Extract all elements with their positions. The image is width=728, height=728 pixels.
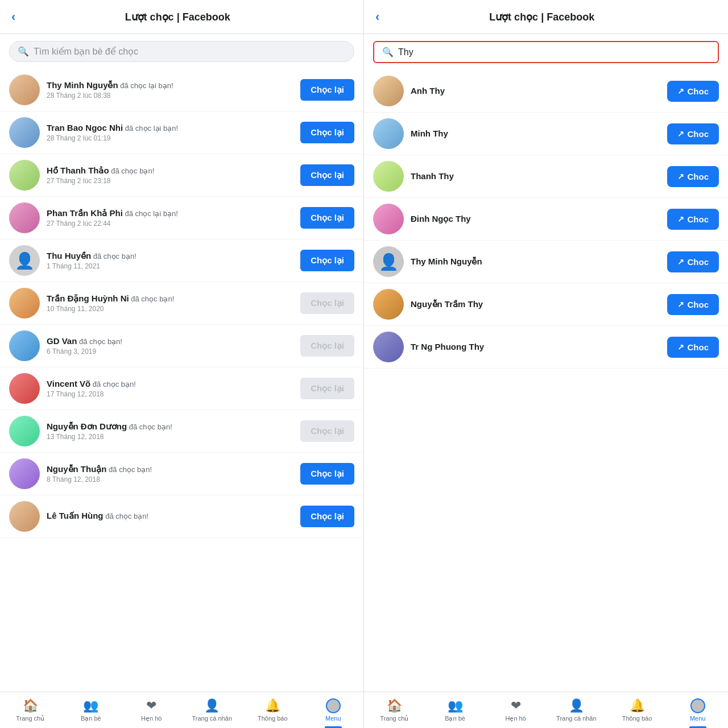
- left-nav-menu[interactable]: Menu: [303, 692, 364, 728]
- left-nav-trang-chu[interactable]: 🏠 Trang chủ: [0, 692, 61, 728]
- choc-lai-button[interactable]: Chọc lại: [300, 506, 354, 527]
- left-nav-thong-bao[interactable]: 🔔 Thông báo: [242, 692, 303, 728]
- choc-lai-button[interactable]: Chọc lại: [300, 250, 354, 271]
- item-name: Nguyễn Thuận: [47, 464, 106, 474]
- poke-icon: ↗: [677, 172, 684, 181]
- right-search-input[interactable]: [398, 47, 710, 57]
- choc-lai-button[interactable]: Chọc lại: [300, 79, 354, 101]
- item-desc: đã chọc bạn!: [129, 295, 175, 303]
- item-date: 1 Tháng 11, 2021: [47, 262, 300, 270]
- right-home-icon: 🏠: [387, 698, 402, 713]
- right-header: ‹ Lượt chọc | Facebook: [364, 0, 728, 34]
- choc-lai-button: Chọc lại: [300, 420, 354, 442]
- left-nav-trang-ca-nhan[interactable]: 👤 Trang cá nhân: [182, 692, 243, 728]
- choc-lai-button[interactable]: Chọc lại: [300, 463, 354, 485]
- avatar: [373, 118, 404, 149]
- item-name: Hồ Thanh Thảo: [47, 166, 109, 175]
- left-list-item: Nguyễn Đơn Dương đã chọc bạn!13 Tháng 12…: [0, 410, 363, 453]
- avatar: [9, 75, 40, 105]
- left-search-input[interactable]: [34, 47, 346, 57]
- choc-button-label: Choc: [688, 214, 709, 224]
- right-nav-label-4: Thông báo: [622, 715, 652, 722]
- item-name: Đinh Ngọc Thy: [411, 214, 471, 224]
- left-list-item: Lê Tuấn Hùng đã chọc bạn!Chọc lại: [0, 495, 363, 538]
- right-nav-label-5: Menu: [690, 715, 706, 722]
- poke-icon: ↗: [677, 86, 684, 96]
- left-search-box[interactable]: 🔍: [9, 41, 354, 62]
- left-nav-hen-ho[interactable]: ❤ Hẹn hò: [121, 692, 182, 728]
- left-list-item: Hồ Thanh Thảo đã chọc bạn!27 Tháng 2 lúc…: [0, 154, 363, 197]
- item-info: Tran Bao Ngoc Nhi đã chọc lại bạn!28 Thá…: [47, 123, 300, 142]
- item-desc: đã chọc lại bạn!: [118, 81, 173, 90]
- right-nav-menu[interactable]: Menu: [667, 692, 728, 728]
- right-nav-label-3: Trang cá nhân: [556, 715, 597, 722]
- poke-icon: ↗: [677, 300, 684, 309]
- item-name: Phan Trần Khả Phi: [47, 208, 123, 218]
- left-list-item: Thy Minh Nguyễn đã chọc lại bạn!28 Tháng…: [0, 69, 363, 111]
- item-name: Minh Thy: [411, 129, 448, 138]
- item-name: Trần Đặng Huỳnh Ni: [47, 293, 129, 303]
- avatar: [9, 416, 40, 446]
- right-back-button[interactable]: ‹: [375, 10, 379, 24]
- right-nav-label-2: Hẹn hò: [506, 715, 526, 722]
- item-desc: đã chọc bạn!: [91, 252, 136, 260]
- choc-lai-button: Chọc lại: [300, 335, 354, 357]
- choc-button[interactable]: ↗Choc: [667, 209, 719, 230]
- choc-button[interactable]: ↗Choc: [667, 166, 719, 187]
- choc-button[interactable]: ↗Choc: [667, 251, 719, 272]
- right-search-box[interactable]: 🔍: [373, 41, 719, 63]
- choc-lai-button[interactable]: Chọc lại: [300, 164, 354, 186]
- avatar: [373, 289, 404, 320]
- choc-button[interactable]: ↗Choc: [667, 81, 719, 102]
- right-nav-avatar: [690, 698, 705, 713]
- avatar: [9, 160, 40, 191]
- item-info: Thy Minh Nguyễn: [411, 257, 667, 267]
- right-nav-label-0: Trang chủ: [380, 715, 408, 722]
- right-search-icon: 🔍: [382, 47, 394, 57]
- right-panel: ‹ Lượt chọc | Facebook 🔍 Anh Thy↗ChocMin…: [364, 0, 728, 728]
- choc-button[interactable]: ↗Choc: [667, 337, 719, 358]
- item-name: Thu Huyền: [47, 251, 91, 260]
- choc-button-label: Choc: [688, 257, 709, 267]
- left-list-item: GD Van đã chọc bạn!6 Tháng 3, 2019Chọc l…: [0, 325, 363, 367]
- item-desc: đã chọc bạn!: [109, 167, 155, 175]
- avatar: [373, 76, 404, 106]
- item-name: Vincent Võ: [47, 379, 90, 388]
- avatar: [373, 332, 404, 362]
- item-name: Tr Ng Phuong Thy: [411, 342, 484, 351]
- choc-lai-button[interactable]: Chọc lại: [300, 207, 354, 229]
- item-desc: đã chọc bạn!: [90, 380, 136, 388]
- item-info: Minh Thy: [411, 129, 667, 139]
- left-back-button[interactable]: ‹: [11, 10, 15, 24]
- avatar: [373, 161, 404, 192]
- left-dating-icon: ❤: [146, 698, 156, 713]
- right-nav-trang-ca-nhan[interactable]: 👤 Trang cá nhân: [546, 692, 607, 728]
- left-list-item: Nguyễn Thuận đã chọc bạn!8 Tháng 12, 201…: [0, 453, 363, 495]
- item-date: 28 Tháng 2 lúc 08:38: [47, 92, 300, 100]
- choc-lai-button[interactable]: Chọc lại: [300, 122, 354, 143]
- right-nav-ban-be[interactable]: 👥 Bạn bè: [425, 692, 486, 728]
- item-info: Thu Huyền đã chọc bạn!1 Tháng 11, 2021: [47, 251, 300, 270]
- item-name: Thy Minh Nguyễn: [411, 257, 482, 266]
- left-nav-label-3: Trang cá nhân: [192, 715, 232, 722]
- left-nav-ban-be[interactable]: 👥 Bạn bè: [61, 692, 122, 728]
- item-info: Hồ Thanh Thảo đã chọc bạn!27 Tháng 2 lúc…: [47, 166, 300, 185]
- avatar: [9, 288, 40, 318]
- right-notification-icon: 🔔: [630, 698, 645, 713]
- choc-button[interactable]: ↗Choc: [667, 294, 719, 315]
- right-list-item: Nguyễn Trầm Thy↗Choc: [364, 283, 728, 326]
- right-nav-trang-chu[interactable]: 🏠 Trang chủ: [364, 692, 425, 728]
- right-nav-hen-ho[interactable]: ❤ Hẹn hò: [485, 692, 546, 728]
- left-search-container: 🔍: [0, 34, 363, 69]
- choc-button-label: Choc: [688, 300, 709, 309]
- poke-icon: ↗: [677, 342, 684, 351]
- choc-button[interactable]: ↗Choc: [667, 123, 719, 144]
- right-nav-thong-bao[interactable]: 🔔 Thông báo: [607, 692, 668, 728]
- left-list-item: Tran Bao Ngoc Nhi đã chọc lại bạn!28 Thá…: [0, 111, 363, 154]
- item-info: Thanh Thy: [411, 171, 667, 181]
- right-profile-icon: 👤: [569, 698, 584, 713]
- item-name: Nguyễn Đơn Dương: [47, 421, 127, 431]
- avatar: [9, 330, 40, 361]
- avatar: 👤: [373, 246, 404, 277]
- item-desc: đã chọc bạn!: [106, 465, 152, 474]
